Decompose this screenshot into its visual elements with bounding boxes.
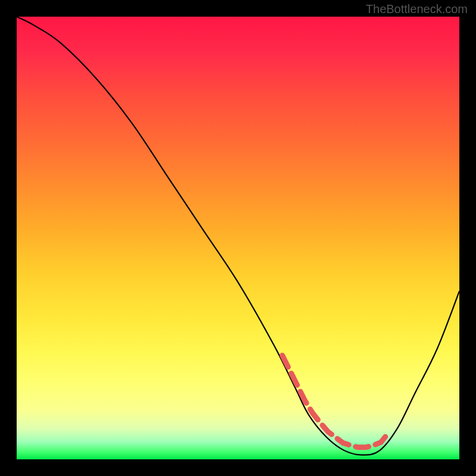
watermark-text: TheBottleneck.com [366, 2, 468, 16]
plot-area [17, 17, 459, 459]
optimal-range-highlight [282, 355, 389, 447]
curve-svg [17, 17, 459, 459]
bottleneck-curve [17, 17, 459, 455]
